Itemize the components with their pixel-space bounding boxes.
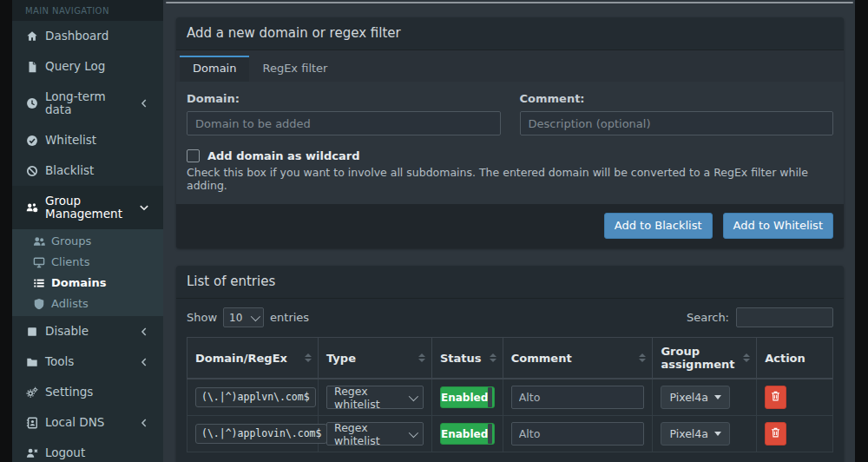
chevron-down-icon <box>409 391 418 400</box>
add-to-blacklist-button[interactable]: Add to Blacklist <box>604 213 713 239</box>
page-length-select[interactable]: 10 <box>223 307 264 327</box>
chevron-down-icon <box>251 311 260 320</box>
app-window: MAIN NAVIGATION DashboardQuery LogLong-t… <box>12 0 855 462</box>
sidebar-item-label: Whitelist <box>45 134 96 147</box>
sidebar-item-label: Dashboard <box>45 30 108 43</box>
sidebar-item-domains[interactable]: Domains <box>12 273 163 294</box>
domain-label: Domain: <box>187 92 501 105</box>
table-body: (\.|^)applvn\.com$Regex whitelistEnabled… <box>187 379 833 452</box>
row-comment-input[interactable] <box>511 386 645 409</box>
column-header-action: Action <box>757 338 833 380</box>
check-circle-icon <box>25 135 38 147</box>
desktop-icon <box>32 256 45 268</box>
tab-domain[interactable]: Domain <box>180 56 249 82</box>
sidebar-subitem-label: Domains <box>51 276 107 290</box>
sort-icon <box>418 353 425 362</box>
domain-input[interactable] <box>187 111 501 135</box>
column-header-domain-regex[interactable]: Domain/RegEx <box>187 338 319 380</box>
list-icon <box>32 277 45 289</box>
sidebar-item-long-term-data[interactable]: Long-term data <box>12 82 163 125</box>
sidebar-item-local-dns[interactable]: Local DNS <box>12 407 163 438</box>
home-icon <box>25 30 38 43</box>
type-select[interactable]: Regex whitelist <box>326 422 424 446</box>
sidebar-subitem-label: Clients <box>51 255 89 269</box>
list-of-entries-panel: List of entries Show 10 entries Search: <box>176 266 844 462</box>
main-content: Add a new domain or regex filter DomainR… <box>163 0 855 462</box>
sidebar-item-group-management[interactable]: Group Management <box>12 186 163 229</box>
status-toggle[interactable]: Enabled <box>440 386 495 408</box>
sidebar-header: MAIN NAVIGATION <box>12 0 163 21</box>
tab-regex-filter[interactable]: RegEx filter <box>249 56 340 82</box>
status-toggle[interactable]: Enabled <box>440 423 495 445</box>
gears-icon <box>25 386 38 399</box>
sidebar-item-settings[interactable]: Settings <box>12 377 163 407</box>
row-comment-input[interactable] <box>511 422 645 446</box>
chevron-down-icon <box>409 427 418 437</box>
sidebar-item-label: Local DNS <box>45 416 104 429</box>
sidebar: MAIN NAVIGATION DashboardQuery LogLong-t… <box>12 0 163 462</box>
type-select[interactable]: Regex whitelist <box>326 386 424 409</box>
chevron-left-icon <box>138 356 150 368</box>
sidebar-item-label: Query Log <box>45 60 105 73</box>
sidebar-submenu: GroupsClientsDomainsAdlists <box>12 229 163 316</box>
sidebar-item-groups[interactable]: Groups <box>12 231 163 252</box>
chevron-down-icon <box>138 201 150 214</box>
sidebar-item-label: Blacklist <box>45 164 94 177</box>
add-tab-content: Domain: Comment: Add domain as wildcard … <box>176 82 844 204</box>
chevron-left-icon <box>138 326 150 338</box>
sidebar-item-label: Tools <box>45 355 74 368</box>
shield-icon <box>32 298 45 310</box>
sidebar-item-whitelist[interactable]: Whitelist <box>12 125 163 155</box>
address-book-icon <box>25 417 38 429</box>
group-assignment-button[interactable]: Pixel4a <box>661 386 730 409</box>
add-to-whitelist-button[interactable]: Add to Whitelist <box>723 213 833 239</box>
add-panel-title: Add a new domain or regex filter <box>176 17 844 50</box>
sidebar-item-logout[interactable]: Logout <box>12 438 163 462</box>
delete-button[interactable] <box>765 386 786 409</box>
stop-icon <box>25 326 38 338</box>
status-label: Enabled <box>441 424 488 444</box>
chevron-left-icon <box>138 97 150 109</box>
entries-table: Domain/RegExTypeStatusCommentGroup assig… <box>187 337 833 452</box>
sidebar-item-label: Logout <box>45 446 85 459</box>
entries-label: entries <box>270 311 309 324</box>
sidebar-item-adlists[interactable]: Adlists <box>12 294 163 314</box>
sort-icon <box>639 353 646 362</box>
caret-down-icon <box>714 432 721 436</box>
comment-input[interactable] <box>520 111 834 135</box>
column-header-group-assignment[interactable]: Group assignment <box>653 338 757 380</box>
list-panel-title: List of entries <box>176 266 844 299</box>
add-tabs: DomainRegEx filter <box>176 50 844 82</box>
status-label: Enabled <box>441 387 488 407</box>
group-assignment-button[interactable]: Pixel4a <box>661 422 730 446</box>
trash-icon <box>770 390 781 405</box>
sidebar-subitem-label: Adlists <box>51 297 89 311</box>
add-panel-footer: Add to Blacklist Add to Whitelist <box>176 204 844 248</box>
sidebar-item-disable[interactable]: Disable <box>12 316 163 346</box>
sidebar-item-query-log[interactable]: Query Log <box>12 51 163 82</box>
logout-icon <box>25 447 38 459</box>
sidebar-item-dashboard[interactable]: Dashboard <box>12 21 163 51</box>
column-header-type[interactable]: Type <box>319 338 432 380</box>
sort-icon <box>305 353 312 362</box>
sidebar-item-blacklist[interactable]: Blacklist <box>12 155 163 186</box>
navbar-bottom-edge <box>166 2 853 3</box>
table-row: (\.|^)applvn\.com$Regex whitelistEnabled… <box>187 379 833 416</box>
users-icon <box>32 235 45 248</box>
chevron-left-icon <box>138 417 150 429</box>
wildcard-checkbox[interactable] <box>187 149 200 162</box>
sidebar-item-label: Disable <box>45 325 89 338</box>
ban-icon <box>25 165 38 177</box>
toggle-handle <box>488 387 492 407</box>
search-input[interactable] <box>736 307 833 327</box>
sidebar-item-clients[interactable]: Clients <box>12 252 163 273</box>
show-label: Show <box>187 311 217 324</box>
delete-button[interactable] <box>765 422 786 446</box>
sidebar-item-label: Long-term data <box>45 90 131 116</box>
column-header-status[interactable]: Status <box>431 338 503 380</box>
caret-down-icon <box>714 395 721 399</box>
comment-label: Comment: <box>520 92 834 105</box>
column-header-comment[interactable]: Comment <box>503 338 653 380</box>
folder-icon <box>25 356 38 368</box>
sidebar-item-tools[interactable]: Tools <box>12 346 163 377</box>
